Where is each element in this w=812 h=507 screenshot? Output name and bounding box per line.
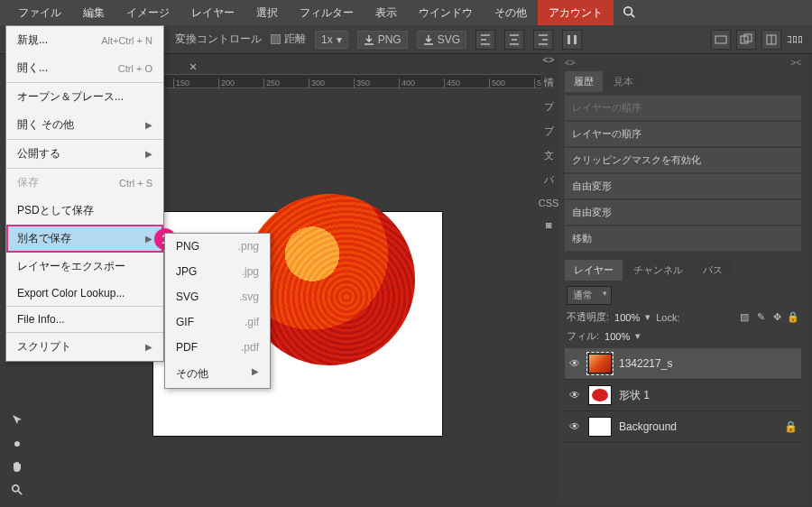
toolbar-left: ● [0, 408, 34, 502]
export-png-button[interactable]: PNG [357, 31, 408, 49]
save-as-jpg[interactable]: JPG.jpg [165, 259, 270, 284]
history-item[interactable]: 自由変形 [565, 174, 801, 198]
align-left-icon[interactable] [475, 30, 495, 50]
save-as-gif[interactable]: GIF.gif [165, 309, 270, 335]
visibility-toggle-icon[interactable]: 👁 [568, 420, 581, 433]
lock-transparency-icon[interactable]: ▨ [738, 311, 751, 323]
distribute-icon[interactable] [562, 30, 582, 50]
vtab-text[interactable]: 文 [544, 149, 554, 162]
svg-rect-3 [574, 35, 577, 44]
align-center-icon[interactable] [504, 30, 524, 50]
history-item[interactable]: 自由変形 [565, 200, 801, 225]
menu-account[interactable]: アカウント [538, 0, 614, 26]
history-item[interactable]: レイヤーの順序 [565, 96, 801, 120]
vtab-css[interactable]: CSS [539, 198, 559, 208]
menu-image[interactable]: イメージ [115, 0, 180, 26]
workspace-label: ｺﾛﾛ [787, 30, 803, 50]
layer-thumbnail[interactable] [588, 417, 612, 437]
menu-filter[interactable]: フィルター [289, 0, 364, 26]
distance-toggle[interactable]: 距離 [271, 32, 306, 47]
menu-select[interactable]: 選択 [245, 0, 289, 26]
lock-icon: 🔒 [784, 420, 798, 433]
tab-layers[interactable]: レイヤー [565, 260, 623, 281]
file-save-psd[interactable]: PSDとして保存 [6, 197, 163, 225]
visibility-toggle-icon[interactable]: 👁 [568, 389, 581, 401]
file-open-other[interactable]: 開く その他▶ [6, 111, 163, 139]
vtab-pu[interactable]: プ [544, 100, 554, 114]
opacity-value[interactable]: 100% [614, 312, 640, 323]
rp-collapse-right[interactable]: >< [790, 58, 801, 68]
layer-row[interactable]: 👁 形状 1 [565, 380, 801, 411]
save-as-pdf[interactable]: PDF.pdf [165, 335, 270, 360]
align-right-icon[interactable] [533, 30, 553, 50]
tool-brush[interactable]: ● [0, 431, 34, 455]
file-open[interactable]: 開く...Ctrl + O [6, 54, 163, 82]
menu-view[interactable]: 表示 [364, 0, 408, 26]
history-item[interactable]: 移動 [565, 226, 801, 251]
file-script[interactable]: スクリプト▶ [6, 333, 163, 361]
tool-move[interactable] [0, 408, 34, 431]
layer-name[interactable]: 1342217_s [619, 357, 798, 370]
save-as-more[interactable]: その他▶ [165, 360, 270, 388]
file-save-as[interactable]: 別名で保存▶ 1 [6, 225, 163, 253]
save-as-png[interactable]: PNG.png [165, 234, 270, 259]
lock-all-icon[interactable]: 🔒 [787, 311, 799, 323]
svg-line-10 [18, 491, 22, 494]
history-panel: レイヤーの順序 レイヤーの順序 クリッピングマスクを有効化 自由変形 自由変形 … [559, 92, 807, 256]
layer-row[interactable]: 👁 Background 🔒 [565, 411, 801, 443]
file-publish[interactable]: 公開する▶ [6, 140, 163, 168]
layer-controls: 通常 不透明度: 100%▾ Lock: ▨ ✎ ✥ 🔒 フィル: 100%▾ [559, 281, 807, 348]
tab-history[interactable]: 履歴 [565, 71, 603, 92]
save-as-svg[interactable]: SVG.svg [165, 284, 270, 309]
rp-collapse-left[interactable]: <> [565, 58, 576, 68]
menu-file[interactable]: ファイル [7, 0, 72, 26]
file-export-layers[interactable]: レイヤーをエクスポー [6, 253, 163, 281]
vtab-bu[interactable]: ブ [544, 124, 554, 138]
tab-close-icon[interactable]: × [189, 60, 197, 74]
zoom-select[interactable]: 1x ▾ [315, 31, 348, 49]
search-icon[interactable] [614, 0, 644, 26]
file-new[interactable]: 新規...Alt+Ctrl + N [6, 26, 163, 54]
tab-paths[interactable]: パス [694, 260, 732, 281]
tab-channels[interactable]: チャンネル [624, 260, 692, 281]
fill-value[interactable]: 100% [604, 331, 630, 342]
file-menu-dropdown: 新規...Alt+Ctrl + N 開く...Ctrl + O オープン＆プレー… [5, 25, 164, 362]
lock-label: Lock: [656, 312, 679, 323]
file-export-color-lookup[interactable]: Export Color Lookup... [6, 281, 163, 306]
panel-icon-2[interactable] [736, 30, 756, 50]
tool-zoom[interactable] [0, 478, 34, 502]
layer-thumbnail[interactable] [588, 385, 612, 405]
vtab-img[interactable]: ◙ [546, 219, 552, 230]
file-info[interactable]: File Info... [6, 307, 163, 332]
lock-move-icon[interactable]: ✥ [770, 311, 783, 323]
menu-edit[interactable]: 編集 [72, 0, 115, 26]
save-as-submenu: PNG.png JPG.jpg SVG.svg GIF.gif PDF.pdf … [164, 233, 271, 389]
panel-icon-1[interactable] [711, 30, 731, 50]
visibility-toggle-icon[interactable]: 👁 [568, 357, 581, 370]
opacity-label: 不透明度: [567, 310, 609, 324]
svg-point-0 [624, 6, 632, 14]
fill-label: フィル: [567, 329, 599, 343]
tool-hand[interactable] [0, 455, 34, 478]
layer-name[interactable]: Background [619, 420, 777, 433]
file-open-place[interactable]: オープン＆プレース... [6, 83, 163, 111]
vtab-pa[interactable]: パ [544, 173, 554, 187]
blend-mode-select[interactable]: 通常 [567, 286, 612, 305]
vtab-info[interactable]: 情 [544, 76, 554, 89]
menu-window[interactable]: ウインドウ [408, 0, 484, 26]
vtab-collapse[interactable]: <> [543, 54, 555, 65]
history-item[interactable]: クリッピングマスクを有効化 [565, 148, 801, 172]
svg-rect-4 [715, 36, 726, 43]
tab-swatches[interactable]: 見本 [604, 71, 642, 92]
history-item[interactable]: レイヤーの順序 [565, 122, 801, 146]
layer-row[interactable]: 👁 1342217_s [565, 348, 801, 380]
layer-thumbnail[interactable] [588, 354, 612, 373]
menu-layer[interactable]: レイヤー [180, 0, 245, 26]
panel-icon-3[interactable] [761, 30, 781, 50]
menu-other[interactable]: その他 [484, 0, 538, 26]
layer-name[interactable]: 形状 1 [619, 388, 798, 403]
export-svg-button[interactable]: SVG [417, 31, 466, 49]
vertical-side-tabs: <> 情 プ ブ 文 パ CSS ◙ [540, 54, 558, 230]
lock-paint-icon[interactable]: ✎ [754, 311, 767, 323]
layer-list: 👁 1342217_s 👁 形状 1 👁 Background 🔒 [559, 348, 807, 443]
